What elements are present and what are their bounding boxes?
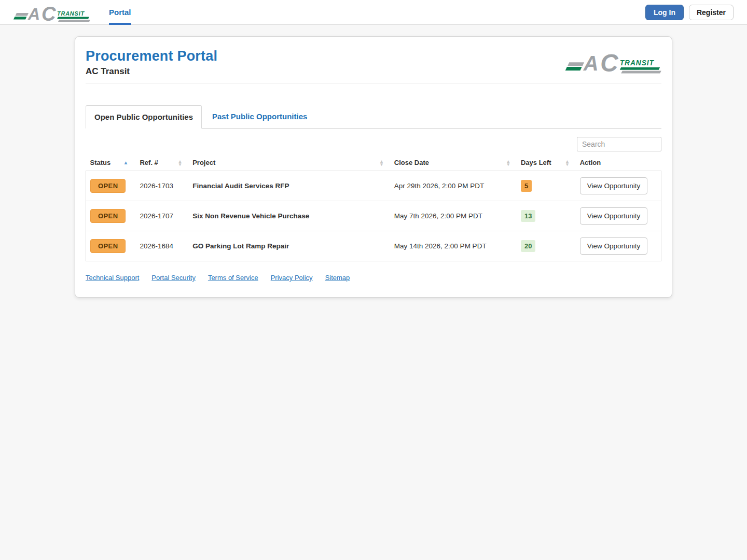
- close-date: Apr 29th 2026, 2:00 PM PDT: [390, 171, 517, 201]
- column-label: Close Date: [394, 159, 429, 166]
- ref-number: 2026-1703: [135, 171, 188, 201]
- column-header-action: Action: [576, 155, 661, 171]
- column-header-project[interactable]: Project ▴▾: [188, 155, 390, 171]
- card-body: Open Public Opportunities Past Public Op…: [75, 91, 672, 261]
- nav-item-portal[interactable]: Portal: [109, 0, 131, 25]
- close-date: May 7th 2026, 2:00 PM PDT: [390, 201, 517, 231]
- opportunities-table: Status ▲ Ref. # ▴▾ Project ▴▾: [86, 155, 661, 261]
- column-label: Status: [90, 159, 111, 166]
- column-header-ref[interactable]: Ref. # ▴▾: [135, 155, 188, 171]
- column-label: Ref. #: [140, 159, 158, 166]
- sort-icon: ▴▾: [179, 160, 182, 166]
- svg-text:TRANSIT: TRANSIT: [57, 10, 85, 16]
- ref-number: 2026-1684: [135, 231, 188, 261]
- nav-actions: Log In Register: [645, 5, 734, 20]
- column-label: Project: [192, 159, 215, 166]
- ac-transit-logo-icon: A C TRANSIT: [12, 2, 90, 23]
- ac-transit-logo[interactable]: A C TRANSIT: [12, 0, 90, 25]
- sort-icon: ▴▾: [507, 160, 509, 166]
- table-row: OPEN 2026-1707 Six Non Revenue Vehicle P…: [86, 201, 661, 231]
- svg-text:A: A: [27, 4, 40, 23]
- svg-text:C: C: [600, 49, 618, 75]
- project-name: Financial Audit Services RFP: [188, 171, 390, 201]
- card-footer: Technical Support Portal Security Terms …: [75, 261, 672, 297]
- ref-number: 2026-1707: [135, 201, 188, 231]
- status-badge: OPEN: [90, 239, 126, 253]
- svg-text:TRANSIT: TRANSIT: [620, 59, 655, 67]
- view-opportunity-button[interactable]: View Opportunity: [580, 177, 648, 194]
- column-header-days-left[interactable]: Days Left ▴▾: [517, 155, 576, 171]
- column-header-status[interactable]: Status ▲: [86, 155, 136, 171]
- view-opportunity-button[interactable]: View Opportunity: [580, 207, 648, 225]
- status-badge: OPEN: [90, 179, 126, 193]
- tab-open-public-opportunities[interactable]: Open Public Opportunities: [86, 105, 202, 129]
- search-input[interactable]: [577, 137, 661, 151]
- table-row: OPEN 2026-1703 Financial Audit Services …: [86, 171, 661, 201]
- ac-transit-logo-icon: A C TRANSIT: [564, 49, 661, 75]
- table-row: OPEN 2026-1684 GO Parking Lot Ramp Repai…: [86, 231, 661, 261]
- sort-ascending-icon: ▲: [123, 160, 129, 165]
- project-name: Six Non Revenue Vehicle Purchase: [188, 201, 390, 231]
- ac-transit-logo-large: A C TRANSIT: [564, 49, 661, 77]
- sort-icon: ▴▾: [380, 160, 383, 166]
- log-in-button[interactable]: Log In: [645, 5, 684, 20]
- footer-link-sitemap[interactable]: Sitemap: [325, 274, 350, 282]
- footer-link-portal-security[interactable]: Portal Security: [151, 274, 196, 282]
- register-button[interactable]: Register: [689, 5, 734, 20]
- table-header-row: Status ▲ Ref. # ▴▾ Project ▴▾: [86, 155, 661, 171]
- sort-icon: ▴▾: [566, 160, 569, 166]
- svg-text:C: C: [42, 3, 56, 23]
- project-name: GO Parking Lot Ramp Repair: [188, 231, 390, 261]
- tab-past-public-opportunities[interactable]: Past Public Opportunities: [202, 105, 315, 128]
- footer-link-technical-support[interactable]: Technical Support: [86, 274, 139, 282]
- tab-bar: Open Public Opportunities Past Public Op…: [86, 105, 661, 129]
- view-opportunity-button[interactable]: View Opportunity: [580, 237, 648, 255]
- table-toolbar: [86, 137, 661, 151]
- procurement-portal-card: Procurement Portal AC Transit A C TRANSI…: [75, 36, 672, 298]
- close-date: May 14th 2026, 2:00 PM PDT: [390, 231, 517, 261]
- status-badge: OPEN: [90, 209, 126, 223]
- column-label: Action: [580, 159, 601, 166]
- footer-link-terms-of-service[interactable]: Terms of Service: [208, 274, 258, 282]
- top-navbar: A C TRANSIT Portal Log In Register: [0, 0, 747, 25]
- column-header-close-date[interactable]: Close Date ▴▾: [390, 155, 517, 171]
- days-left-badge: 13: [521, 210, 535, 222]
- days-left-badge: 5: [521, 180, 532, 192]
- days-left-badge: 20: [521, 240, 535, 252]
- header-divider: [86, 83, 661, 83]
- svg-text:A: A: [583, 52, 599, 75]
- card-header: Procurement Portal AC Transit A C TRANSI…: [75, 37, 672, 91]
- column-label: Days Left: [521, 159, 551, 166]
- footer-link-privacy-policy[interactable]: Privacy Policy: [271, 274, 313, 282]
